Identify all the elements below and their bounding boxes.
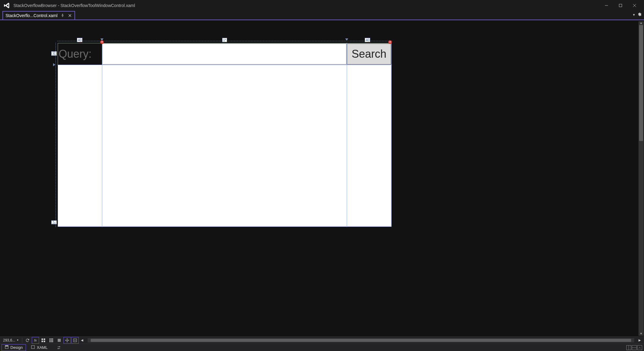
query-row: Query: Search — [58, 43, 391, 65]
svg-rect-18 — [52, 341, 53, 342]
tab-settings-gear-icon[interactable] — [637, 12, 642, 17]
svg-rect-15 — [52, 340, 53, 341]
svg-rect-23 — [31, 346, 34, 349]
grid-row-line-0 — [57, 65, 392, 65]
column-size-1[interactable]: 1* — [222, 38, 227, 42]
svg-rect-1 — [619, 4, 622, 7]
document-tabstrip: StackOverflo...Control.xaml ▼ — [0, 11, 644, 20]
chevron-down-icon: ▼ — [16, 339, 19, 342]
pane-layout-buttons — [626, 345, 642, 350]
tab-label: StackOverflo...Control.xaml — [5, 13, 57, 18]
tab-overflow-dropdown[interactable]: ▼ — [632, 13, 635, 16]
close-tab-icon[interactable] — [68, 13, 72, 18]
disable-code-button[interactable] — [72, 337, 78, 343]
svg-rect-17 — [51, 341, 52, 342]
grid-4-button[interactable] — [40, 337, 47, 343]
query-textbox[interactable] — [102, 43, 347, 65]
close-button[interactable] — [628, 1, 642, 10]
design-tab[interactable]: Design — [2, 345, 26, 351]
designer-viewport[interactable]: 40 1* 40 20 1* Query: Search — [0, 21, 639, 336]
scroll-thumb[interactable] — [639, 25, 643, 141]
search-button[interactable]: Search — [347, 43, 391, 65]
designer-workspace: 40 1* 40 20 1* Query: Search — [0, 21, 644, 336]
column-splitter-1[interactable] — [345, 38, 348, 41]
snap-lines-button[interactable] — [56, 337, 63, 343]
svg-rect-13 — [49, 340, 50, 341]
horizontal-split-button[interactable] — [632, 345, 637, 350]
scroll-up-icon[interactable]: ▲ — [639, 21, 644, 25]
column-size-2[interactable]: 40 — [365, 38, 370, 42]
svg-rect-10 — [49, 338, 50, 339]
h-scroll-thumb[interactable] — [91, 339, 631, 342]
fx-icon: fx — [34, 338, 37, 342]
column-lock-end-icon[interactable] — [388, 40, 392, 44]
svg-rect-7 — [44, 338, 45, 340]
svg-rect-20 — [74, 339, 77, 342]
minimize-button[interactable] — [599, 1, 613, 10]
grid-column-line-0 — [102, 43, 102, 227]
move-button[interactable] — [64, 337, 71, 343]
row-splitter-0[interactable] — [53, 63, 55, 66]
xaml-tab[interactable]: XAML — [28, 345, 50, 351]
designer-statusbar: Design XAML — [0, 344, 644, 351]
horizontal-scrollbar[interactable] — [88, 338, 634, 342]
row-ruler — [54, 43, 57, 227]
svg-rect-12 — [52, 338, 53, 339]
refresh-button[interactable] — [24, 337, 31, 343]
maximize-button[interactable] — [613, 1, 628, 10]
svg-rect-22 — [5, 346, 8, 346]
query-label: Query: — [58, 43, 102, 65]
svg-rect-16 — [49, 341, 50, 342]
svg-rect-11 — [51, 338, 52, 339]
row-size-0[interactable]: 20 — [51, 51, 57, 56]
collapse-pane-button[interactable] — [637, 345, 642, 350]
svg-rect-9 — [44, 341, 45, 342]
vertical-scrollbar[interactable]: ▲ ▼ — [639, 21, 644, 336]
tab-control-xaml[interactable]: StackOverflo...Control.xaml — [2, 11, 75, 20]
scroll-right-icon[interactable]: ▶ — [637, 338, 642, 342]
design-view-icon — [5, 345, 9, 350]
swap-panes-button[interactable] — [56, 345, 62, 351]
svg-rect-6 — [42, 338, 43, 340]
designer-toolbar: 293,6... ▼ fx ◀ ▶ — [0, 336, 644, 344]
column-lock-0-icon[interactable] — [100, 40, 104, 44]
vertical-split-button[interactable] — [626, 345, 631, 350]
svg-rect-14 — [51, 340, 52, 341]
row-size-1[interactable]: 1* — [51, 220, 57, 224]
grid-column-line-1 — [347, 43, 347, 227]
window-title: StackOverflowBrowser - StackOverflowTool… — [13, 3, 135, 8]
xaml-design-canvas[interactable]: 40 1* 40 20 1* Query: Search — [58, 43, 391, 226]
grid-snap-button[interactable] — [48, 337, 55, 343]
scroll-left-icon[interactable]: ◀ — [80, 338, 85, 342]
xaml-view-icon — [31, 345, 35, 350]
visual-studio-logo-icon — [2, 1, 11, 10]
zoom-value: 293,6... — [3, 338, 15, 342]
design-tab-label: Design — [10, 345, 23, 350]
scroll-down-icon[interactable]: ▼ — [639, 332, 644, 336]
separator — [22, 338, 22, 343]
pin-icon[interactable] — [60, 13, 65, 18]
zoom-combo[interactable]: 293,6... ▼ — [2, 338, 20, 342]
column-size-0[interactable]: 40 — [77, 38, 82, 42]
svg-rect-8 — [42, 341, 43, 342]
titlebar: StackOverflowBrowser - StackOverflowTool… — [0, 0, 644, 11]
effects-fx-button[interactable]: fx — [32, 337, 39, 343]
window-controls — [599, 1, 642, 10]
svg-rect-19 — [58, 339, 61, 342]
xaml-tab-label: XAML — [37, 345, 47, 350]
